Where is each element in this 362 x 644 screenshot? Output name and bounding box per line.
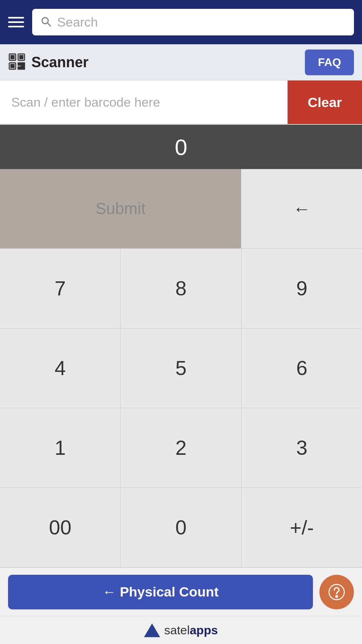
key-plus-minus[interactable]: +/- bbox=[242, 488, 362, 567]
search-icon bbox=[40, 16, 51, 29]
clear-button[interactable]: Clear bbox=[288, 80, 362, 124]
key-3[interactable]: 3 bbox=[242, 408, 362, 487]
key-6[interactable]: 6 bbox=[242, 328, 362, 408]
counter-value: 0 bbox=[175, 134, 187, 160]
footer-brand: satelapps bbox=[0, 616, 362, 644]
faq-button[interactable]: FAQ bbox=[305, 50, 354, 75]
svg-rect-6 bbox=[20, 56, 23, 59]
key-8[interactable]: 8 bbox=[121, 249, 241, 328]
key-2[interactable]: 2 bbox=[121, 408, 241, 487]
keypad-row-456: 4 5 6 bbox=[0, 328, 362, 408]
search-bar[interactable]: Search bbox=[32, 9, 354, 35]
svg-rect-7 bbox=[11, 64, 14, 68]
keypad-row-789: 7 8 9 bbox=[0, 249, 362, 328]
svg-rect-10 bbox=[18, 67, 25, 69]
svg-point-12 bbox=[336, 596, 337, 597]
scanner-icon bbox=[8, 53, 26, 72]
key-00[interactable]: 00 bbox=[0, 488, 121, 567]
key-5[interactable]: 5 bbox=[121, 328, 241, 408]
svg-rect-5 bbox=[11, 56, 14, 59]
key-9[interactable]: 9 bbox=[242, 249, 362, 328]
keypad-row-submit: Submit ← bbox=[0, 169, 362, 249]
key-0[interactable]: 0 bbox=[121, 488, 241, 567]
key-7[interactable]: 7 bbox=[0, 249, 121, 328]
submit-button[interactable]: Submit bbox=[0, 169, 241, 248]
keypad-row-00-0-pm: 00 0 +/- bbox=[0, 488, 362, 568]
svg-line-1 bbox=[47, 23, 51, 26]
brand-logo-icon bbox=[144, 623, 160, 637]
physical-count-button[interactable]: ← Physical Count bbox=[8, 575, 313, 609]
help-button[interactable] bbox=[319, 575, 354, 609]
key-4[interactable]: 4 bbox=[0, 328, 121, 408]
backspace-button[interactable]: ← bbox=[241, 169, 362, 248]
keypad: Submit ← 7 8 9 4 5 6 1 2 3 00 0 +/- bbox=[0, 169, 362, 568]
barcode-row: Clear bbox=[0, 80, 362, 125]
search-placeholder-text: Search bbox=[57, 15, 98, 30]
svg-rect-8 bbox=[18, 63, 21, 65]
page-title: Scanner bbox=[31, 54, 305, 71]
key-1[interactable]: 1 bbox=[0, 408, 121, 487]
barcode-input[interactable] bbox=[0, 80, 288, 124]
hamburger-menu-button[interactable] bbox=[8, 17, 24, 27]
sub-header: Scanner FAQ bbox=[0, 44, 362, 80]
brand-name: satelapps bbox=[164, 623, 218, 637]
counter-display: 0 bbox=[0, 125, 362, 169]
keypad-row-123: 1 2 3 bbox=[0, 408, 362, 488]
app-header: Search bbox=[0, 0, 362, 44]
bottom-bar: ← Physical Count bbox=[0, 568, 362, 616]
svg-rect-9 bbox=[21, 63, 25, 66]
